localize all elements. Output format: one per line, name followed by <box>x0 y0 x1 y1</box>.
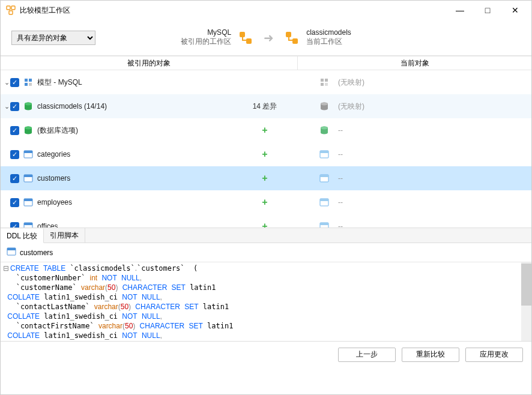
scrollbar[interactable] <box>521 262 531 341</box>
map-label: -- <box>338 174 343 182</box>
col-right: 当前对象 <box>298 56 531 70</box>
svg-rect-26 <box>320 151 328 153</box>
prev-button[interactable]: 上一步 <box>338 348 396 362</box>
sql-body[interactable]: ⊟CREATE TABLE `classicmodels`.`customers… <box>1 262 521 341</box>
app-icon <box>5 5 16 16</box>
status-plus: + <box>262 197 267 208</box>
checkbox[interactable]: ✓ <box>10 102 19 111</box>
svg-rect-12 <box>325 79 328 82</box>
database-icon <box>319 125 330 135</box>
table-icon <box>23 173 34 183</box>
svg-rect-38 <box>320 223 328 225</box>
detail-title: customers <box>20 249 53 257</box>
database-icon <box>23 125 34 135</box>
map-label: (无映射) <box>338 101 364 112</box>
column-headers: 被引用的对象 当前对象 <box>1 56 531 70</box>
svg-point-18 <box>321 103 328 106</box>
svg-rect-1 <box>11 6 15 10</box>
svg-rect-32 <box>24 199 32 201</box>
source-name: MySQL <box>181 28 231 37</box>
compare-tree[interactable]: ⌄ ✓ 模型 - MySQL (无映射) ⌄ ✓ classicmodels (… <box>1 70 531 228</box>
table-icon <box>319 173 330 183</box>
target-name: classicmodels <box>306 28 351 37</box>
tree-item-row[interactable]: ✓categories+-- <box>1 142 531 166</box>
detail-header: customers <box>1 243 531 262</box>
svg-rect-9 <box>25 83 28 86</box>
tab-ddl[interactable]: DDL 比较 <box>1 229 44 243</box>
chevron-down-icon[interactable]: ⌄ <box>1 103 10 110</box>
header: 具有差异的对象 MySQL 被引用的工作区 ➜ classicmodels 当前… <box>1 20 531 56</box>
status-plus: + <box>262 173 267 184</box>
map-label: -- <box>338 126 343 134</box>
tree-item-row[interactable]: ✓offices+-- <box>1 214 531 228</box>
tree-db-row[interactable]: ⌄ ✓ classicmodels (14/14) 14 差异 (无映射) <box>1 94 531 118</box>
recompare-button[interactable]: 重新比较 <box>402 348 459 362</box>
svg-rect-36 <box>24 223 32 225</box>
svg-rect-30 <box>320 175 328 177</box>
arrow-icon: ➜ <box>264 31 274 45</box>
svg-rect-13 <box>321 83 324 86</box>
svg-point-16 <box>25 103 32 106</box>
svg-rect-4 <box>246 38 252 44</box>
tab-script[interactable]: 引用脚本 <box>44 228 85 243</box>
tree-item-row[interactable]: ✓customers+-- <box>1 166 531 190</box>
svg-point-22 <box>321 127 328 130</box>
svg-point-20 <box>25 127 32 130</box>
map-label: -- <box>338 150 343 158</box>
tree-label: employees <box>37 198 72 207</box>
tree-label: customers <box>37 174 70 182</box>
footer: 上一步 重新比较 应用更改 <box>1 341 531 367</box>
tree-label: offices <box>37 222 58 228</box>
diff-count: 14 差异 <box>253 101 277 112</box>
svg-rect-28 <box>24 175 32 177</box>
workspace-icon <box>237 29 254 46</box>
table-icon <box>7 247 16 258</box>
sql-panel: ⊟CREATE TABLE `classicmodels`.`customers… <box>1 262 531 341</box>
checkbox[interactable]: ✓ <box>10 222 19 228</box>
map-label: -- <box>338 222 343 228</box>
database-icon <box>319 101 330 111</box>
tree-item-row[interactable]: ✓employees+-- <box>1 190 531 214</box>
checkbox[interactable]: ✓ <box>10 150 19 159</box>
status-plus: + <box>262 221 267 228</box>
model-icon <box>23 77 34 87</box>
svg-rect-2 <box>9 11 13 14</box>
filter-select-wrap: 具有差异的对象 <box>11 31 95 45</box>
checkbox[interactable]: ✓ <box>10 78 19 87</box>
svg-rect-3 <box>240 32 245 37</box>
table-icon <box>319 198 330 207</box>
tree-item-row[interactable]: ✓(数据库选项)+-- <box>1 118 531 142</box>
map-label: (无映射) <box>338 77 364 88</box>
svg-rect-5 <box>286 32 291 37</box>
svg-rect-40 <box>7 248 16 250</box>
svg-rect-14 <box>325 83 328 86</box>
tree-root-row[interactable]: ⌄ ✓ 模型 - MySQL (无映射) <box>1 70 531 94</box>
filter-select[interactable]: 具有差异的对象 <box>11 31 95 45</box>
target-block: classicmodels 当前工作区 <box>283 28 351 47</box>
table-icon <box>319 222 330 228</box>
status-plus: + <box>262 149 267 160</box>
titlebar: 比较模型工作区 — □ ✕ <box>1 1 531 20</box>
svg-rect-10 <box>29 83 32 86</box>
checkbox[interactable]: ✓ <box>10 126 19 135</box>
source-sub: 被引用的工作区 <box>181 37 231 47</box>
database-icon <box>23 101 34 111</box>
minimize-button[interactable]: — <box>446 1 474 20</box>
col-left: 被引用的对象 <box>1 56 298 70</box>
tree-label: categories <box>37 150 70 158</box>
status-plus: + <box>262 125 267 136</box>
maximize-button[interactable]: □ <box>474 1 501 20</box>
svg-rect-7 <box>25 79 28 82</box>
checkbox[interactable]: ✓ <box>10 174 19 183</box>
close-button[interactable]: ✕ <box>501 1 529 20</box>
checkbox[interactable]: ✓ <box>10 198 19 207</box>
chevron-down-icon[interactable]: ⌄ <box>1 79 10 86</box>
apply-button[interactable]: 应用更改 <box>465 348 523 362</box>
svg-rect-34 <box>320 199 328 201</box>
table-icon <box>319 149 330 159</box>
table-icon <box>23 222 34 228</box>
source-block: MySQL 被引用的工作区 <box>181 28 254 47</box>
svg-rect-0 <box>7 6 10 10</box>
detail-tabs: DDL 比较 引用脚本 <box>1 228 531 243</box>
tree-label: (数据库选项) <box>37 125 78 136</box>
